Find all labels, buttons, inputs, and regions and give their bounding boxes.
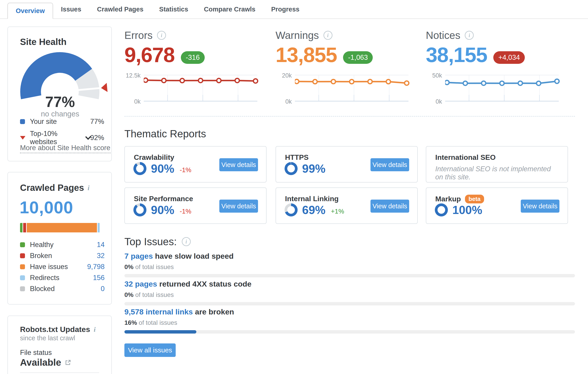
file-status-text: Available <box>20 357 61 368</box>
https-card: HTTPS 99% View details <box>275 146 418 182</box>
site-performance-delta: -1% <box>180 208 191 215</box>
errors-title: Errors <box>124 29 153 41</box>
issue-2-text: returned 4XX status code <box>159 280 252 288</box>
warnings-info-icon[interactable]: i <box>324 31 333 40</box>
site-health-score: 77% <box>8 93 112 110</box>
notices-info-icon[interactable]: i <box>465 31 474 40</box>
crawled-pages-stacked-bar <box>20 223 101 232</box>
site-audit-overview-page: Overview Issues Crawled Pages Statistics… <box>0 0 588 374</box>
issue-1-heading: 7 pages have slow load speed <box>124 252 234 261</box>
crawled-pages-legend: Healthy 14 Broken 32 Have issues 9,798 R… <box>20 241 105 293</box>
errors-metric: Errors i 9,678 -316 12.5k 0k <box>124 29 261 108</box>
site-performance-card: Site Performance 90% -1% View details <box>124 187 267 224</box>
your-site-value: 77% <box>90 118 104 126</box>
thematic-reports-title: Thematic Reports <box>124 128 206 140</box>
internal-linking-title: Internal Linking <box>285 195 338 203</box>
errors-info-icon[interactable]: i <box>157 31 166 40</box>
internal-linking-view-details-button[interactable]: View details <box>370 200 409 213</box>
tab-crawled-pages[interactable]: Crawled Pages <box>89 0 151 19</box>
international-seo-title: International SEO <box>435 153 495 162</box>
tab-overview[interactable]: Overview <box>7 3 53 19</box>
site-health-title: Site Health <box>20 37 67 47</box>
tab-progress[interactable]: Progress <box>263 0 307 19</box>
site-health-card: Site Health 77% no changes Your site 77%… <box>7 27 112 161</box>
bar-segment-have-issues <box>27 223 97 232</box>
issue-2-subtext: 0% of total issues <box>124 291 174 298</box>
legend-healthy: Healthy 14 <box>20 241 105 249</box>
site-performance-donut <box>133 203 147 216</box>
internal-linking-card: Internal Linking 69% +1% View details <box>275 187 418 224</box>
top10-value: 92% <box>90 134 104 142</box>
warnings-value: 13,855 <box>275 44 337 65</box>
warnings-trend-chart <box>295 75 410 102</box>
thematic-title-text: Thematic Reports <box>124 128 206 140</box>
view-all-issues-button[interactable]: View all issues <box>124 344 176 357</box>
tab-issues[interactable]: Issues <box>53 0 89 19</box>
robots-txt-card: Robots.txt Updates i since the last craw… <box>7 315 112 374</box>
redirects-value: 156 <box>93 274 105 282</box>
blocked-value: 0 <box>101 285 105 293</box>
have-issues-value: 9,798 <box>87 263 105 271</box>
healthy-swatch <box>20 242 25 247</box>
issue-1-percent-suffix: of total issues <box>135 263 174 270</box>
issue-1-link[interactable]: 7 pages <box>124 252 153 260</box>
internal-linking-delta: +1% <box>331 208 344 215</box>
notices-ymax-label: 50k <box>432 72 442 79</box>
crawled-pages-info-icon[interactable]: i <box>88 184 90 192</box>
issue-2-heading: 32 pages returned 4XX status code <box>124 280 252 288</box>
broken-value: 32 <box>97 252 105 260</box>
legend-have-issues: Have issues 9,798 <box>20 263 105 271</box>
notices-chart: 50k 0k <box>426 75 560 102</box>
warnings-ymax-label: 20k <box>282 72 292 79</box>
robots-info-icon[interactable]: i <box>94 326 96 333</box>
notices-metric: Notices i 38,155 +4,034 50k 0k <box>426 29 562 108</box>
warnings-metric: Warnings i 13,855 -1,063 20k 0k <box>275 29 412 108</box>
crawlability-donut <box>133 162 147 175</box>
issue-1-percent: 0% <box>124 263 133 270</box>
legend-blocked: Blocked 0 <box>20 285 105 293</box>
crawlability-card: Crawlability 90% -1% View details <box>124 146 267 182</box>
tab-bar: Overview Issues Crawled Pages Statistics… <box>0 0 588 19</box>
top-issues-title-text: Top Issues: <box>124 235 177 248</box>
site-health-more-link[interactable]: More about Site Health score <box>20 144 110 153</box>
errors-value: 9,678 <box>124 44 175 65</box>
crawlability-title: Crawlability <box>134 153 174 162</box>
have-issues-label: Have issues <box>30 263 68 271</box>
internal-linking-donut <box>284 203 298 216</box>
tab-statistics[interactable]: Statistics <box>151 0 196 19</box>
broken-label: Broken <box>30 252 52 260</box>
issue-2-link[interactable]: 32 pages <box>124 280 157 288</box>
issue-3-progress-bar <box>124 330 575 334</box>
section-divider <box>124 116 575 117</box>
bar-segment-healthy <box>20 223 22 232</box>
top10-label: Top-10% websites <box>30 130 83 146</box>
external-link-icon[interactable] <box>65 359 71 366</box>
robots-subtitle: since the last crawl <box>20 334 75 342</box>
internal-linking-percent: 69% <box>302 203 326 217</box>
crawlability-view-details-button[interactable]: View details <box>219 158 258 171</box>
crawled-pages-total: 10,000 <box>20 198 73 217</box>
site-performance-view-details-button[interactable]: View details <box>219 200 258 213</box>
top-issues-info-icon[interactable]: i <box>182 237 191 246</box>
site-performance-title: Site Performance <box>134 195 193 203</box>
issue-3-percent-suffix: of total issues <box>139 319 177 326</box>
notices-trend-chart <box>445 75 560 102</box>
file-status-label: File status <box>20 349 52 357</box>
your-site-label: Your site <box>30 118 57 126</box>
healthy-value: 14 <box>97 241 105 249</box>
broken-swatch <box>20 253 25 258</box>
robots-title: Robots.txt Updates <box>20 325 90 334</box>
healthy-label: Healthy <box>30 241 53 249</box>
errors-delta-badge: -316 <box>181 51 205 64</box>
issue-3-subtext: 16% of total issues <box>124 319 177 326</box>
errors-ymin-label: 0k <box>134 98 141 105</box>
warnings-title: Warnings <box>275 29 319 41</box>
international-seo-note: International SEO is not implemented on … <box>435 165 559 181</box>
https-percent: 99% <box>302 162 326 175</box>
errors-trend-chart <box>144 75 258 102</box>
warnings-ymin-label: 0k <box>285 98 292 105</box>
markup-view-details-button[interactable]: View details <box>521 200 559 213</box>
tab-compare-crawls[interactable]: Compare Crawls <box>196 0 263 19</box>
https-view-details-button[interactable]: View details <box>370 158 409 171</box>
issue-3-link[interactable]: 9,578 internal links <box>124 307 193 316</box>
